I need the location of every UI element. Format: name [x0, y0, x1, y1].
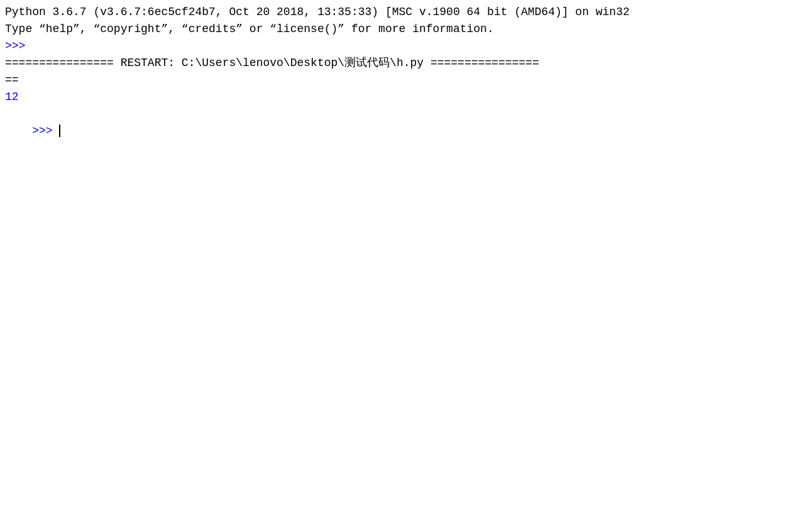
output-number-line: 12: [5, 89, 807, 106]
restart-separator: ================ RESTART: C:\Users\lenov…: [5, 55, 807, 72]
prompt-1: >>>: [5, 40, 32, 52]
prompt-2: >>>: [32, 125, 59, 137]
cursor: [59, 125, 60, 137]
restart-separator-cont: ==: [5, 72, 807, 89]
prompt-line-1: >>>: [5, 38, 807, 55]
python-shell: Python 3.6.7 (v3.6.7:6ec5cf24b7, Oct 20 …: [0, 0, 812, 505]
info-line: Type “help”, “copyright”, “credits” or “…: [5, 21, 807, 38]
version-line: Python 3.6.7 (v3.6.7:6ec5cf24b7, Oct 20 …: [5, 4, 807, 21]
prompt-line-2: >>>: [5, 106, 807, 157]
